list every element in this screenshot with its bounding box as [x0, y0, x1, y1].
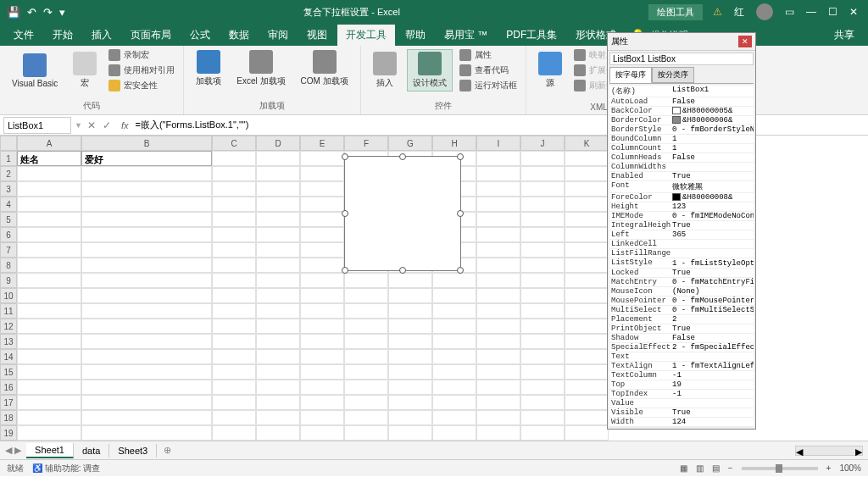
- view-code-button[interactable]: 查看代码: [458, 64, 519, 77]
- cell[interactable]: [344, 380, 388, 395]
- column-header[interactable]: G: [388, 136, 432, 151]
- run-dialog-button[interactable]: 运行对话框: [458, 79, 519, 92]
- undo-icon[interactable]: ↶: [27, 6, 36, 19]
- cell[interactable]: [520, 425, 565, 441]
- cell[interactable]: [565, 212, 609, 227]
- cell[interactable]: [565, 410, 609, 425]
- cell[interactable]: [256, 258, 300, 273]
- column-header[interactable]: B: [81, 136, 212, 151]
- cell[interactable]: [212, 242, 256, 258]
- qat-dropdown-icon[interactable]: ▾: [59, 6, 65, 19]
- resize-handle-w[interactable]: [342, 210, 348, 217]
- cell[interactable]: [17, 227, 81, 242]
- cell[interactable]: [81, 288, 212, 303]
- view-layout-icon[interactable]: ▥: [696, 463, 704, 473]
- properties-tab-alpha[interactable]: 按字母序: [609, 67, 652, 83]
- tab-view[interactable]: 视图: [298, 25, 336, 46]
- cell[interactable]: [388, 410, 432, 425]
- cell[interactable]: [81, 349, 212, 364]
- cell[interactable]: [520, 273, 565, 288]
- property-row[interactable]: IMEMode0 - fmIMEModeNoContro: [609, 212, 754, 221]
- insert-control-button[interactable]: 插入: [368, 50, 402, 91]
- cell[interactable]: [388, 395, 432, 410]
- cell[interactable]: [476, 334, 520, 349]
- cell[interactable]: [476, 227, 520, 242]
- property-row[interactable]: Width124: [609, 418, 754, 427]
- cell[interactable]: [81, 380, 212, 395]
- tab-pdf[interactable]: PDF工具集: [498, 25, 565, 46]
- cell[interactable]: [476, 181, 520, 197]
- cell[interactable]: [388, 364, 432, 380]
- namebox-dropdown-icon[interactable]: ▼: [75, 121, 82, 130]
- maximize-icon[interactable]: ☐: [828, 6, 837, 18]
- cell[interactable]: [565, 273, 609, 288]
- tab-data[interactable]: 数据: [220, 25, 258, 46]
- cell[interactable]: [17, 319, 81, 334]
- listbox-control[interactable]: [344, 156, 461, 271]
- row-header[interactable]: 12: [0, 319, 17, 334]
- row-header[interactable]: 6: [0, 227, 17, 242]
- cell[interactable]: [432, 410, 476, 425]
- cell[interactable]: [300, 364, 344, 380]
- cell[interactable]: [212, 303, 256, 319]
- cell[interactable]: [344, 410, 388, 425]
- cell[interactable]: [212, 288, 256, 303]
- relative-ref-button[interactable]: 使用相对引用: [107, 64, 176, 77]
- property-row[interactable]: LockedTrue: [609, 269, 754, 278]
- view-break-icon[interactable]: ▤: [712, 463, 720, 473]
- column-header[interactable]: D: [256, 136, 300, 151]
- cell[interactable]: [300, 151, 344, 166]
- cell[interactable]: [17, 242, 81, 258]
- cell[interactable]: [17, 395, 81, 410]
- property-row[interactable]: Value: [609, 399, 754, 408]
- cell[interactable]: [565, 349, 609, 364]
- accessibility-status[interactable]: ♿ 辅助功能: 调查: [32, 463, 100, 474]
- cell[interactable]: [81, 273, 212, 288]
- property-row[interactable]: BorderColor&H80000006&: [609, 116, 754, 125]
- cell[interactable]: [565, 227, 609, 242]
- cell[interactable]: [388, 425, 432, 441]
- row-header[interactable]: 8: [0, 258, 17, 273]
- cell[interactable]: [17, 334, 81, 349]
- minimize-icon[interactable]: —: [806, 6, 816, 18]
- cell[interactable]: [212, 197, 256, 212]
- cell[interactable]: [17, 273, 81, 288]
- cell[interactable]: [476, 380, 520, 395]
- tab-formulas[interactable]: 公式: [181, 25, 219, 46]
- cell[interactable]: [256, 197, 300, 212]
- cell[interactable]: [476, 395, 520, 410]
- ribbon-options-icon[interactable]: ▭: [785, 6, 794, 18]
- properties-close-button[interactable]: ✕: [738, 36, 752, 47]
- row-header[interactable]: 4: [0, 197, 17, 212]
- cell[interactable]: [17, 181, 81, 197]
- cell[interactable]: [565, 425, 609, 441]
- cell[interactable]: [256, 395, 300, 410]
- cell[interactable]: [432, 364, 476, 380]
- com-addins-button[interactable]: COM 加载项: [296, 48, 353, 89]
- cell[interactable]: [212, 166, 256, 181]
- cell[interactable]: [344, 334, 388, 349]
- cell[interactable]: [476, 212, 520, 227]
- cell[interactable]: [212, 349, 256, 364]
- row-header[interactable]: 16: [0, 380, 17, 395]
- cell[interactable]: [520, 197, 565, 212]
- property-row[interactable]: (名称)ListBox1: [609, 86, 754, 97]
- cell[interactable]: [565, 380, 609, 395]
- cell[interactable]: [300, 425, 344, 441]
- macro-security-button[interactable]: 宏安全性: [107, 79, 176, 92]
- xml-source-button[interactable]: 源: [533, 50, 567, 91]
- column-header[interactable]: A: [17, 136, 81, 151]
- tab-insert[interactable]: 插入: [83, 25, 120, 46]
- close-icon[interactable]: ✕: [849, 6, 858, 18]
- cell[interactable]: [565, 303, 609, 319]
- cell[interactable]: [212, 319, 256, 334]
- row-header[interactable]: 13: [0, 334, 17, 349]
- cell[interactable]: [565, 197, 609, 212]
- cell[interactable]: [520, 227, 565, 242]
- cell[interactable]: [212, 151, 256, 166]
- cell[interactable]: [388, 380, 432, 395]
- cell[interactable]: [565, 288, 609, 303]
- property-row[interactable]: Height123: [609, 202, 754, 212]
- cell[interactable]: [476, 258, 520, 273]
- cell[interactable]: [256, 425, 300, 441]
